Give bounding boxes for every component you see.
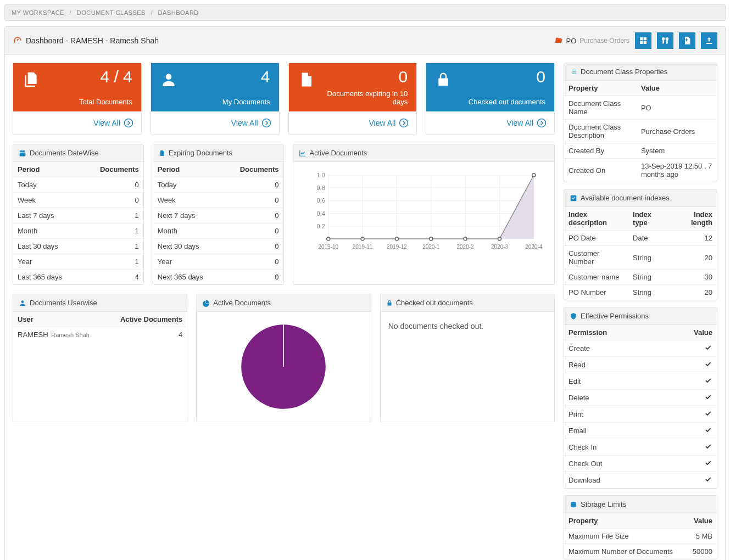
table-row: Last 30 days1	[13, 239, 143, 254]
table-row: Today0	[13, 177, 143, 193]
check-icon	[661, 390, 717, 406]
userwise-table: User Active Documents RAMESH Ramesh Shah…	[13, 312, 187, 342]
user-icon	[160, 69, 177, 106]
active-documents-chart-panel: Active Documents 0.20.40.60.81.02019-102…	[293, 144, 555, 285]
table-row: Document Class DescriptionPurchase Order…	[564, 120, 717, 143]
table-row: Last 365 days4	[13, 270, 143, 285]
table-row: RAMESH Ramesh Shah4	[13, 327, 187, 343]
datewise-table: Period Documents Today0Week0Last 7 days1…	[13, 162, 143, 284]
table-row: Created On13-Sep-2019 12:50 , 7 months a…	[564, 159, 717, 182]
active-documents-pie	[239, 323, 327, 411]
check-icon	[661, 439, 717, 456]
table-row: PO NumberString20	[564, 285, 717, 300]
table-row: PO DateDate12	[564, 231, 717, 246]
check-icon	[661, 472, 717, 489]
table-row: Document Class NamePO	[564, 96, 717, 120]
svg-point-36	[21, 300, 24, 303]
svg-point-26	[464, 237, 467, 240]
check-icon	[661, 406, 717, 423]
svg-point-1	[165, 74, 171, 80]
documents-icon	[22, 69, 40, 106]
expiring-table: Period Documents Today0Week0Next 7 days0…	[153, 162, 283, 284]
table-row: Print	[564, 406, 717, 423]
table-row: Email	[564, 423, 717, 439]
svg-point-40	[571, 501, 576, 503]
view-all-checked[interactable]: View All	[506, 118, 547, 128]
disk-icon	[570, 501, 577, 508]
table-row: Week0	[153, 193, 283, 208]
storage-limits-panel: Storage Limits Property Value Maximum Fi…	[564, 495, 717, 559]
table-row: Next 30 days0	[153, 239, 283, 254]
table-row: Customer NumberString20	[564, 246, 717, 270]
svg-text:2020-4: 2020-4	[525, 244, 543, 250]
permissions-table: Permission Value CreateReadEditDeletePri…	[564, 325, 717, 488]
table-row: Created BySystem	[564, 143, 717, 159]
check-square-icon	[570, 194, 577, 202]
lock-icon	[435, 69, 452, 106]
table-row: Maximum Number of Documents50000	[564, 544, 717, 559]
calendar-icon	[19, 149, 26, 157]
svg-point-27	[498, 237, 501, 240]
svg-point-2	[262, 119, 270, 127]
table-row: Week0	[13, 193, 143, 208]
table-row: Delete	[564, 390, 717, 406]
table-row: Last 7 days1	[13, 208, 143, 223]
document-class-properties-panel: Document Class Properties Property Value…	[564, 63, 717, 182]
table-row: Today0	[153, 177, 283, 193]
svg-point-22	[326, 237, 330, 240]
svg-point-25	[429, 237, 432, 240]
check-icon	[661, 423, 717, 439]
svg-text:0.2: 0.2	[316, 223, 325, 229]
table-row: Year1	[13, 254, 143, 270]
svg-rect-39	[571, 195, 577, 201]
svg-text:2019-10: 2019-10	[318, 244, 338, 250]
dashboard-header: Dashboard - RAMESH - Ramesh Shah PO Purc…	[5, 27, 725, 55]
stat-expiring-documents: 0 Documents expiring in 10 days View All	[288, 63, 417, 135]
check-icon	[661, 357, 717, 373]
svg-point-3	[400, 119, 408, 127]
search-button[interactable]	[657, 32, 673, 49]
svg-text:2020-3: 2020-3	[491, 244, 508, 250]
svg-point-0	[124, 119, 132, 127]
checked-out-empty: No documents checked out.	[381, 312, 554, 340]
table-row: Year0	[153, 254, 283, 270]
svg-text:2020-1: 2020-1	[422, 244, 440, 250]
effective-permissions-panel: Effective Permissions Permission Value C…	[564, 307, 717, 489]
breadcrumb-dashboard: DASHBOARD	[158, 9, 199, 16]
table-row: Check In	[564, 439, 717, 456]
new-document-button[interactable]	[679, 32, 695, 49]
table-row: Next 7 days0	[153, 208, 283, 223]
grid-view-button[interactable]	[635, 32, 651, 49]
view-all-expiring[interactable]: View All	[369, 118, 409, 128]
folder-open-icon	[554, 36, 563, 45]
table-row: Month1	[13, 223, 143, 239]
breadcrumb-workspace[interactable]: MY WORKSPACE	[12, 9, 64, 16]
page-title: Dashboard - RAMESH - Ramesh Shah	[26, 36, 159, 45]
table-row: Month0	[153, 223, 283, 239]
svg-text:2019-11: 2019-11	[352, 244, 372, 250]
view-all-mine[interactable]: View All	[231, 118, 271, 128]
list-icon	[570, 68, 577, 76]
check-icon	[661, 456, 717, 472]
table-row: Read	[564, 357, 717, 373]
breadcrumb: MY WORKSPACE / DOCUMENT CLASSES / DASHBO…	[4, 4, 726, 21]
storage-table: Property Value Maximum File Size5 MBMaxi…	[564, 513, 717, 559]
line-chart-icon	[299, 149, 307, 157]
active-documents-chart: 0.20.40.60.81.02019-102019-112019-122020…	[300, 170, 548, 252]
available-indexes-panel: Available document indexes Index descrip…	[564, 189, 717, 300]
upload-button[interactable]	[701, 32, 717, 49]
breadcrumb-document-classes[interactable]: DOCUMENT CLASSES	[77, 9, 146, 16]
svg-text:0.8: 0.8	[316, 184, 325, 191]
dashboard-icon	[13, 36, 23, 46]
lock-icon	[386, 299, 393, 307]
table-row: Check Out	[564, 456, 717, 472]
svg-point-4	[538, 119, 546, 127]
document-class-label: PO Purchase Orders	[554, 36, 630, 45]
svg-text:0.4: 0.4	[316, 210, 325, 217]
table-row: Next 365 days0	[153, 270, 283, 285]
view-all-total[interactable]: View All	[93, 118, 133, 128]
properties-table: Property Value Document Class NamePODocu…	[564, 81, 717, 182]
svg-point-24	[395, 237, 398, 240]
check-icon	[661, 373, 717, 390]
svg-text:0.6: 0.6	[316, 197, 325, 204]
